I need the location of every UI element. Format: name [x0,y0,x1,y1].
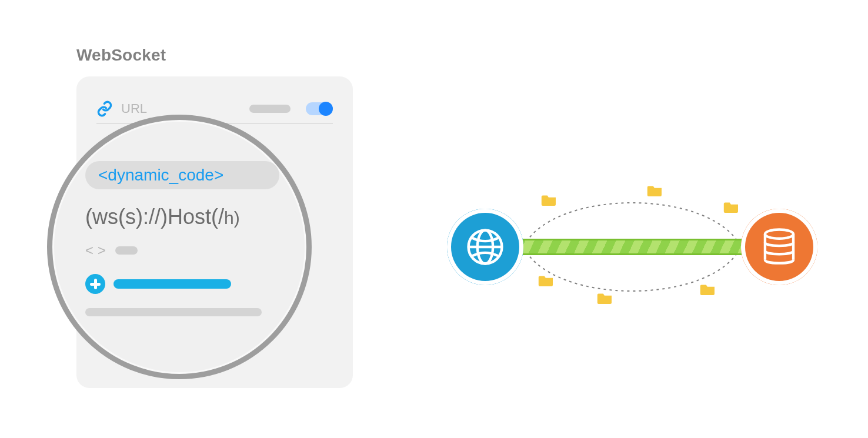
packet-folder-icon [538,273,555,286]
angle-placeholder-pill [115,246,138,255]
add-row [85,274,281,294]
server-node [741,209,817,285]
client-node [447,209,523,285]
header-placeholder-pill [249,105,291,113]
angle-brackets-row: < > [85,242,281,259]
add-button[interactable] [85,274,105,294]
url-toggle[interactable] [306,102,333,115]
magnifier-lens: <dynamic_code> (ws(s)://)Host(/h) < > [47,115,312,379]
globe-icon [465,226,506,268]
link-icon [96,101,113,117]
dynamic-code-chip-text: <dynamic_code> [98,166,223,185]
url-label: URL [121,101,241,116]
angle-brackets-icon: < > [85,242,106,259]
database-icon [759,226,800,268]
diagram-stage: WebSocket URL <dynamic_code> (ws(s)://)H… [0,0,868,438]
url-pattern: (ws(s)://)Host(/h) [85,205,281,229]
toggle-knob [319,102,333,116]
packet-folder-icon [700,282,716,295]
secondary-placeholder-bar [85,308,262,316]
duplex-channel-bar [516,239,748,255]
packet-folder-icon [597,291,613,304]
connection-diagram [447,176,817,317]
add-label-bar [113,279,231,289]
dynamic-code-chip[interactable]: <dynamic_code> [85,161,279,189]
packet-folder-icon [541,193,557,206]
url-pattern-tail: h) [224,208,240,228]
diagram-title: WebSocket [76,46,166,65]
packet-folder-icon [723,200,740,213]
svg-point-3 [765,229,793,238]
url-pattern-main: (ws(s)://)Host(/ [85,205,224,229]
packet-folder-icon [647,183,663,196]
